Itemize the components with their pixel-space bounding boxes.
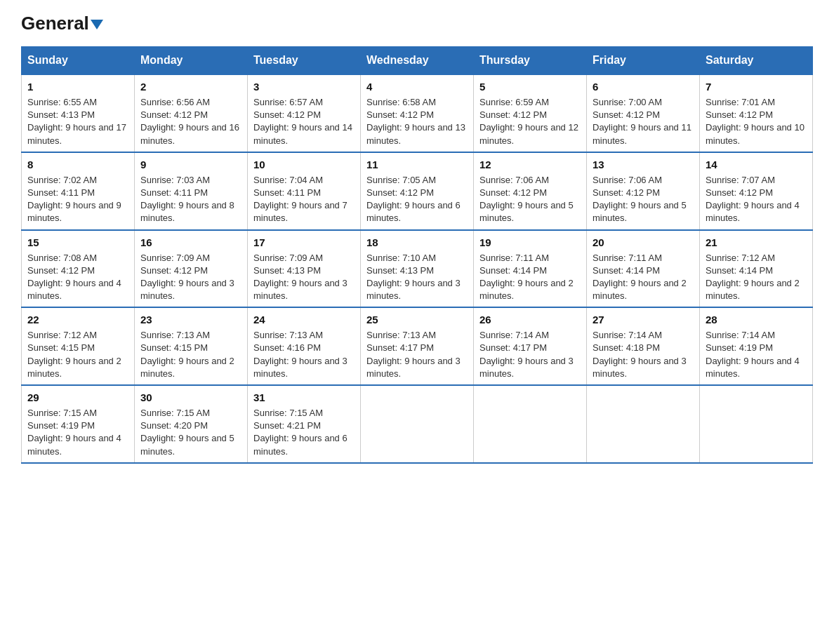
calendar-header-wednesday: Wednesday: [361, 47, 474, 75]
calendar-cell: 30Sunrise: 7:15 AMSunset: 4:20 PMDayligh…: [135, 385, 248, 463]
calendar-cell: [700, 385, 813, 463]
calendar-cell: 6Sunrise: 7:00 AMSunset: 4:12 PMDaylight…: [587, 74, 700, 152]
day-info: Sunrise: 7:14 AMSunset: 4:17 PMDaylight:…: [479, 329, 581, 380]
day-number: 13: [593, 157, 694, 172]
calendar-cell: 31Sunrise: 7:15 AMSunset: 4:21 PMDayligh…: [248, 385, 361, 463]
calendar-cell: 8Sunrise: 7:02 AMSunset: 4:11 PMDaylight…: [22, 152, 135, 230]
day-number: 19: [479, 235, 581, 250]
calendar-week-row: 15Sunrise: 7:08 AMSunset: 4:12 PMDayligh…: [22, 230, 813, 308]
calendar-header-row: SundayMondayTuesdayWednesdayThursdayFrid…: [22, 47, 813, 75]
day-info: Sunrise: 6:57 AMSunset: 4:12 PMDaylight:…: [253, 96, 355, 147]
day-number: 22: [27, 312, 128, 327]
day-number: 30: [140, 390, 241, 405]
calendar-table: SundayMondayTuesdayWednesdayThursdayFrid…: [21, 46, 813, 464]
day-info: Sunrise: 7:05 AMSunset: 4:12 PMDaylight:…: [366, 174, 468, 225]
day-info: Sunrise: 7:11 AMSunset: 4:14 PMDaylight:…: [593, 252, 694, 303]
day-info: Sunrise: 7:01 AMSunset: 4:12 PMDaylight:…: [706, 96, 807, 147]
calendar-cell: [474, 385, 587, 463]
day-number: 16: [140, 235, 241, 250]
calendar-header-saturday: Saturday: [700, 47, 813, 75]
calendar-header-monday: Monday: [135, 47, 248, 75]
day-number: 3: [253, 79, 355, 94]
day-number: 5: [479, 79, 581, 94]
calendar-header-tuesday: Tuesday: [248, 47, 361, 75]
calendar-cell: 20Sunrise: 7:11 AMSunset: 4:14 PMDayligh…: [587, 230, 700, 308]
calendar-cell: 4Sunrise: 6:58 AMSunset: 4:12 PMDaylight…: [361, 74, 474, 152]
calendar-cell: 13Sunrise: 7:06 AMSunset: 4:12 PMDayligh…: [587, 152, 700, 230]
day-info: Sunrise: 7:15 AMSunset: 4:21 PMDaylight:…: [253, 407, 355, 458]
day-info: Sunrise: 7:06 AMSunset: 4:12 PMDaylight:…: [479, 174, 581, 225]
day-info: Sunrise: 7:13 AMSunset: 4:17 PMDaylight:…: [366, 329, 468, 380]
calendar-cell: 19Sunrise: 7:11 AMSunset: 4:14 PMDayligh…: [474, 230, 587, 308]
day-number: 21: [706, 235, 807, 250]
calendar-cell: 3Sunrise: 6:57 AMSunset: 4:12 PMDaylight…: [248, 74, 361, 152]
day-number: 11: [366, 157, 468, 172]
day-info: Sunrise: 7:11 AMSunset: 4:14 PMDaylight:…: [479, 252, 581, 303]
day-info: Sunrise: 7:15 AMSunset: 4:19 PMDaylight:…: [27, 407, 128, 458]
calendar-cell: 25Sunrise: 7:13 AMSunset: 4:17 PMDayligh…: [361, 307, 474, 385]
calendar-week-row: 29Sunrise: 7:15 AMSunset: 4:19 PMDayligh…: [22, 385, 813, 463]
day-info: Sunrise: 7:04 AMSunset: 4:11 PMDaylight:…: [253, 174, 355, 225]
day-number: 31: [253, 390, 355, 405]
day-number: 17: [253, 235, 355, 250]
day-info: Sunrise: 7:06 AMSunset: 4:12 PMDaylight:…: [593, 174, 694, 225]
calendar-week-row: 22Sunrise: 7:12 AMSunset: 4:15 PMDayligh…: [22, 307, 813, 385]
day-number: 20: [593, 235, 694, 250]
day-number: 23: [140, 312, 241, 327]
day-info: Sunrise: 6:59 AMSunset: 4:12 PMDaylight:…: [479, 96, 581, 147]
day-number: 29: [27, 390, 128, 405]
day-info: Sunrise: 7:14 AMSunset: 4:19 PMDaylight:…: [706, 329, 807, 380]
calendar-cell: 26Sunrise: 7:14 AMSunset: 4:17 PMDayligh…: [474, 307, 587, 385]
day-number: 1: [27, 79, 128, 94]
day-number: 15: [27, 235, 128, 250]
calendar-header-friday: Friday: [587, 47, 700, 75]
page-header: General: [21, 14, 813, 34]
day-info: Sunrise: 6:55 AMSunset: 4:13 PMDaylight:…: [27, 96, 128, 147]
calendar-cell: 22Sunrise: 7:12 AMSunset: 4:15 PMDayligh…: [22, 307, 135, 385]
calendar-cell: 18Sunrise: 7:10 AMSunset: 4:13 PMDayligh…: [361, 230, 474, 308]
day-number: 18: [366, 235, 468, 250]
calendar-week-row: 8Sunrise: 7:02 AMSunset: 4:11 PMDaylight…: [22, 152, 813, 230]
calendar-cell: 5Sunrise: 6:59 AMSunset: 4:12 PMDaylight…: [474, 74, 587, 152]
day-number: 24: [253, 312, 355, 327]
day-info: Sunrise: 7:00 AMSunset: 4:12 PMDaylight:…: [593, 96, 694, 147]
day-info: Sunrise: 7:15 AMSunset: 4:20 PMDaylight:…: [140, 407, 241, 458]
day-info: Sunrise: 7:14 AMSunset: 4:18 PMDaylight:…: [593, 329, 694, 380]
day-info: Sunrise: 7:03 AMSunset: 4:11 PMDaylight:…: [140, 174, 241, 225]
day-info: Sunrise: 6:58 AMSunset: 4:12 PMDaylight:…: [366, 96, 468, 147]
calendar-header-thursday: Thursday: [474, 47, 587, 75]
calendar-cell: 1Sunrise: 6:55 AMSunset: 4:13 PMDaylight…: [22, 74, 135, 152]
day-number: 4: [366, 79, 468, 94]
calendar-cell: 17Sunrise: 7:09 AMSunset: 4:13 PMDayligh…: [248, 230, 361, 308]
day-number: 7: [706, 79, 807, 94]
day-info: Sunrise: 7:13 AMSunset: 4:15 PMDaylight:…: [140, 329, 241, 380]
day-info: Sunrise: 7:09 AMSunset: 4:12 PMDaylight:…: [140, 252, 241, 303]
calendar-header-sunday: Sunday: [22, 47, 135, 75]
calendar-cell: 29Sunrise: 7:15 AMSunset: 4:19 PMDayligh…: [22, 385, 135, 463]
day-info: Sunrise: 7:09 AMSunset: 4:13 PMDaylight:…: [253, 252, 355, 303]
day-info: Sunrise: 7:02 AMSunset: 4:11 PMDaylight:…: [27, 174, 128, 225]
day-number: 12: [479, 157, 581, 172]
logo: General: [21, 14, 103, 34]
calendar-cell: 28Sunrise: 7:14 AMSunset: 4:19 PMDayligh…: [700, 307, 813, 385]
calendar-cell: 11Sunrise: 7:05 AMSunset: 4:12 PMDayligh…: [361, 152, 474, 230]
day-info: Sunrise: 7:10 AMSunset: 4:13 PMDaylight:…: [366, 252, 468, 303]
day-number: 2: [140, 79, 241, 94]
day-number: 10: [253, 157, 355, 172]
logo-triangle-icon: [91, 20, 103, 29]
calendar-cell: 2Sunrise: 6:56 AMSunset: 4:12 PMDaylight…: [135, 74, 248, 152]
day-info: Sunrise: 7:07 AMSunset: 4:12 PMDaylight:…: [706, 174, 807, 225]
day-info: Sunrise: 7:13 AMSunset: 4:16 PMDaylight:…: [253, 329, 355, 380]
day-info: Sunrise: 7:12 AMSunset: 4:14 PMDaylight:…: [706, 252, 807, 303]
calendar-cell: 14Sunrise: 7:07 AMSunset: 4:12 PMDayligh…: [700, 152, 813, 230]
day-number: 9: [140, 157, 241, 172]
calendar-cell: 7Sunrise: 7:01 AMSunset: 4:12 PMDaylight…: [700, 74, 813, 152]
calendar-cell: 21Sunrise: 7:12 AMSunset: 4:14 PMDayligh…: [700, 230, 813, 308]
calendar-cell: 16Sunrise: 7:09 AMSunset: 4:12 PMDayligh…: [135, 230, 248, 308]
calendar-cell: 12Sunrise: 7:06 AMSunset: 4:12 PMDayligh…: [474, 152, 587, 230]
day-number: 6: [593, 79, 694, 94]
day-number: 25: [366, 312, 468, 327]
day-number: 8: [27, 157, 128, 172]
day-number: 14: [706, 157, 807, 172]
day-info: Sunrise: 7:08 AMSunset: 4:12 PMDaylight:…: [27, 252, 128, 303]
